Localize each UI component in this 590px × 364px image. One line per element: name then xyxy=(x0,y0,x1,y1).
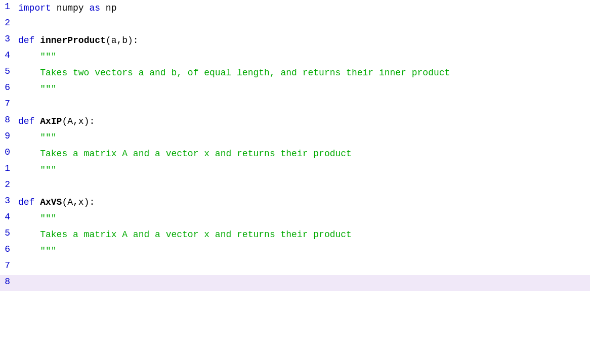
token-string-green: """ xyxy=(18,212,57,225)
line-number: 9 xyxy=(0,129,14,146)
token-string-green: """ xyxy=(18,244,57,257)
line-number: 2 xyxy=(0,178,14,194)
line-number: 8 xyxy=(0,113,14,129)
line-content: def AxVS(A,x): xyxy=(14,194,590,210)
line-number: 7 xyxy=(0,259,14,275)
line-content: """ xyxy=(14,129,590,146)
line-number: 1 xyxy=(0,0,14,16)
token-normal: numpy xyxy=(57,2,90,15)
code-editor: 1import numpy as np2 3def innerProduct(a… xyxy=(0,0,590,364)
code-line: 3def innerProduct(a,b): xyxy=(0,32,590,49)
code-line: 4 """ xyxy=(0,49,590,65)
line-number: 0 xyxy=(0,146,14,162)
line-content xyxy=(14,97,590,113)
line-number: 3 xyxy=(0,32,14,49)
line-content: """ xyxy=(14,81,590,97)
token-fn-name: innerProduct xyxy=(40,34,106,47)
token-kw-as: as xyxy=(89,2,105,15)
line-number: 6 xyxy=(0,243,14,259)
token-string-green: """ xyxy=(18,82,57,96)
token-string-green: Takes a matrix A and a vector x and retu… xyxy=(18,147,352,160)
line-number: 5 xyxy=(0,226,14,243)
line-content xyxy=(14,259,590,275)
code-line: 5 Takes a matrix A and a vector x and re… xyxy=(0,226,590,243)
token-string-green: """ xyxy=(18,131,57,144)
code-line: 7 xyxy=(0,259,590,275)
token-normal: np xyxy=(106,2,117,15)
token-string-green: """ xyxy=(18,163,57,176)
token-normal: (A,x): xyxy=(62,196,95,209)
line-number: 7 xyxy=(0,97,14,113)
token-string-green: """ xyxy=(18,50,57,63)
token-normal: (a,b): xyxy=(106,34,139,47)
line-number: 8 xyxy=(0,275,14,291)
line-content: """ xyxy=(14,49,590,65)
code-line: 7 xyxy=(0,97,590,113)
token-string-green: Takes two vectors a and b, of equal leng… xyxy=(18,66,450,79)
code-line: 0 Takes a matrix A and a vector x and re… xyxy=(0,146,590,162)
code-line: 9 """ xyxy=(0,129,590,146)
code-line: 3def AxVS(A,x): xyxy=(0,194,590,210)
code-line: 1import numpy as np xyxy=(0,0,590,16)
code-line: 6 """ xyxy=(0,81,590,97)
line-number: 6 xyxy=(0,81,14,97)
token-kw-def: def xyxy=(18,34,40,47)
line-number: 4 xyxy=(0,49,14,65)
token-kw-import: import xyxy=(18,2,57,15)
line-content: def AxIP(A,x): xyxy=(14,113,590,129)
code-line: 5 Takes two vectors a and b, of equal le… xyxy=(0,65,590,81)
code-line: 2 xyxy=(0,178,590,194)
line-content: def innerProduct(a,b): xyxy=(14,32,590,49)
code-line: 8 xyxy=(0,275,590,291)
token-kw-def: def xyxy=(18,196,40,209)
line-number: 4 xyxy=(0,210,14,226)
line-content: Takes a matrix A and a vector x and retu… xyxy=(14,146,590,162)
line-content xyxy=(14,178,590,194)
line-number: 5 xyxy=(0,65,14,81)
line-content: """ xyxy=(14,210,590,226)
line-content xyxy=(14,16,590,32)
code-line: 4 """ xyxy=(0,210,590,226)
line-content xyxy=(14,275,590,291)
code-line: 2 xyxy=(0,16,590,32)
code-line: 1 """ xyxy=(0,162,590,178)
line-content: Takes two vectors a and b, of equal leng… xyxy=(14,65,590,81)
line-number: 2 xyxy=(0,16,14,32)
line-content: """ xyxy=(14,162,590,178)
line-number: 3 xyxy=(0,194,14,210)
code-line: 8def AxIP(A,x): xyxy=(0,113,590,129)
token-fn-name: AxVS xyxy=(40,196,62,209)
line-content: Takes a matrix A and a vector x and retu… xyxy=(14,226,590,243)
token-normal: (A,x): xyxy=(62,115,95,128)
token-fn-name: AxIP xyxy=(40,115,62,128)
token-kw-def: def xyxy=(18,115,40,128)
line-content: import numpy as np xyxy=(14,0,590,16)
token-string-green: Takes a matrix A and a vector x and retu… xyxy=(18,228,352,241)
line-number: 1 xyxy=(0,162,14,178)
code-line: 6 """ xyxy=(0,243,590,259)
line-content: """ xyxy=(14,243,590,259)
